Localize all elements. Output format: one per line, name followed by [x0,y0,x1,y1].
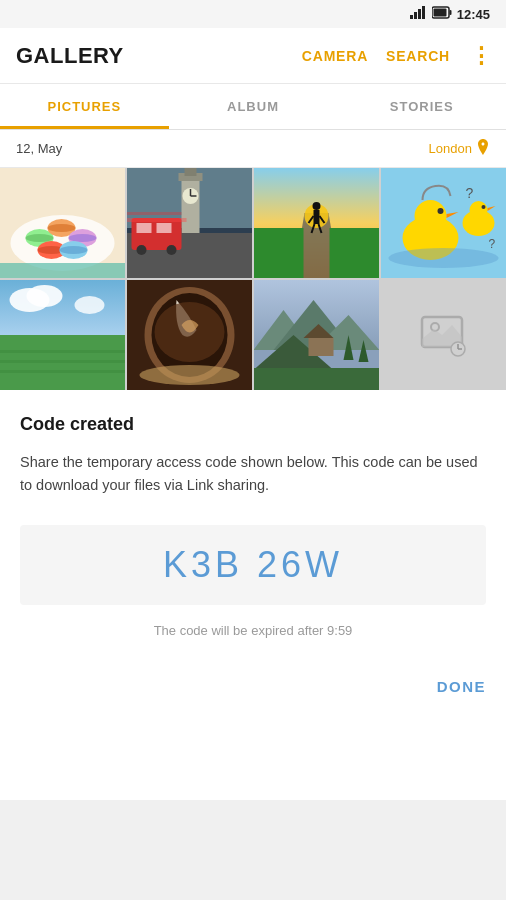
svg-point-33 [167,245,177,255]
done-button[interactable]: DONE [437,678,486,695]
more-menu-button[interactable]: ⋮ [468,45,494,67]
status-time: 12:45 [457,7,490,22]
svg-rect-64 [0,350,125,353]
code-panel-title: Code created [20,414,486,435]
svg-rect-39 [330,228,380,278]
photo-cell-8[interactable] [381,280,506,390]
svg-point-71 [140,365,240,385]
svg-rect-31 [157,223,172,233]
pin-icon [476,139,490,158]
svg-point-14 [69,234,97,242]
svg-text:?: ? [466,185,474,201]
svg-rect-3 [422,6,425,19]
photo-cell-7[interactable] [254,280,379,390]
svg-rect-30 [137,223,152,233]
header-actions: CAMERA SEARCH ⋮ [302,45,494,67]
svg-point-53 [470,201,488,219]
svg-point-62 [27,285,63,307]
svg-point-10 [26,234,54,242]
svg-point-58 [389,248,499,268]
svg-rect-2 [418,9,421,19]
svg-rect-77 [309,338,334,356]
code-panel: Code created Share the temporary access … [0,390,506,800]
signal-icon [410,5,427,23]
svg-rect-24 [185,168,197,176]
svg-point-32 [137,245,147,255]
photo-cell-1[interactable] [0,168,125,278]
svg-rect-6 [433,9,446,17]
photo-cell-5[interactable] [0,280,125,390]
svg-rect-34 [127,218,187,222]
status-icons: 12:45 [410,5,490,23]
svg-rect-42 [314,210,320,224]
date-label: 12, May [16,141,62,156]
svg-point-41 [313,202,321,210]
code-description: Share the temporary access code shown be… [20,451,486,497]
svg-rect-81 [254,368,379,390]
done-row: DONE [20,670,486,715]
photo-cell-6[interactable] [127,280,252,390]
svg-rect-5 [449,10,451,15]
location-label[interactable]: London [429,139,490,158]
svg-rect-65 [0,360,125,363]
svg-rect-38 [254,228,304,278]
svg-point-12 [48,224,76,232]
photo-cell-4[interactable]: ? ? [381,168,506,278]
svg-point-51 [438,208,444,214]
app-title: GALLERY [16,43,302,69]
photo-placeholder-icon [420,313,468,357]
tab-album[interactable]: ALBUM [169,84,338,129]
app-header: GALLERY CAMERA SEARCH ⋮ [0,28,506,84]
tab-bar: PICTURES ALBUM STORIES [0,84,506,130]
code-display-box: K3B 26W [20,525,486,605]
camera-button[interactable]: CAMERA [302,48,368,64]
search-button[interactable]: SEARCH [386,48,450,64]
svg-rect-66 [0,370,125,373]
photo-cell-2[interactable] [127,168,252,278]
svg-rect-0 [410,15,413,19]
code-value: K3B 26W [163,544,343,586]
expiry-text: The code will be expired after 9:59 [20,623,486,638]
svg-point-49 [415,200,447,232]
status-bar: 12:45 [0,0,506,28]
svg-point-18 [60,246,88,254]
tab-pictures[interactable]: PICTURES [0,84,169,129]
svg-rect-1 [414,12,417,19]
tab-stories[interactable]: STORIES [337,84,506,129]
svg-rect-19 [0,263,125,278]
svg-rect-29 [132,218,182,250]
svg-text:?: ? [489,237,496,251]
svg-rect-35 [127,212,182,215]
date-row: 12, May London [0,130,506,168]
photo-grid: ? ? [0,168,506,390]
svg-point-63 [75,296,105,314]
svg-point-55 [482,205,486,209]
battery-icon [432,5,452,23]
photo-cell-3[interactable] [254,168,379,278]
